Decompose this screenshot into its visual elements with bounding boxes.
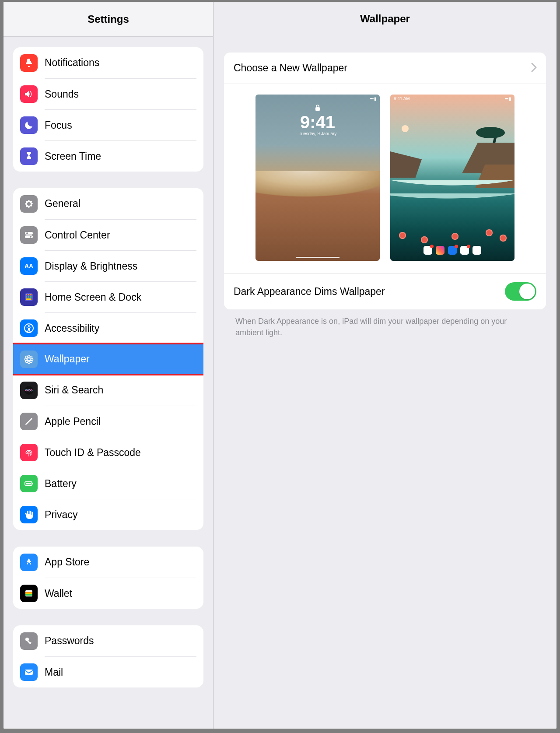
choose-new-wallpaper-row[interactable]: Choose a New Wallpaper <box>224 53 546 84</box>
mail-icon <box>20 663 38 681</box>
sidebar-groups: NotificationsSoundsFocusScreen TimeGener… <box>4 37 213 729</box>
bell-badge-icon <box>20 54 38 72</box>
sidebar-group: PasswordsMail <box>13 625 203 687</box>
sidebar-item-wallpaper[interactable]: Wallpaper <box>13 344 203 374</box>
choose-new-wallpaper-label: Choose a New Wallpaper <box>234 62 347 74</box>
status-bar-icon: ••• ▮ <box>505 96 511 101</box>
siri-icon <box>20 382 38 399</box>
sidebar-item-label: General <box>45 198 80 210</box>
sidebar-item-wallet[interactable]: Wallet <box>13 578 203 609</box>
sidebar-item-label: Siri & Search <box>45 384 103 396</box>
sidebar-item-label: Wallet <box>45 588 72 600</box>
dark-appearance-dims-row: Dark Appearance Dims Wallpaper <box>224 274 546 309</box>
moon-icon <box>20 116 38 134</box>
settings-sidebar: Settings NotificationsSoundsFocusScreen … <box>4 2 214 729</box>
svg-rect-37 <box>315 107 320 111</box>
sidebar-item-siri-search[interactable]: Siri & Search <box>13 375 203 406</box>
sidebar-group: NotificationsSoundsFocusScreen Time <box>13 47 203 172</box>
lock-screen-preview[interactable]: ••• ▮ 9:41 Tuesday, 9 January <box>256 95 380 261</box>
wallpaper-card: Choose a New Wallpaper ••• ▮ 9:41 <box>224 53 546 309</box>
sidebar-item-label: Battery <box>45 478 77 490</box>
sidebar-item-screen-time[interactable]: Screen Time <box>13 140 203 172</box>
sidebar-item-mail[interactable]: Mail <box>13 656 203 687</box>
sidebar-item-general[interactable]: General <box>13 188 203 219</box>
wallet-icon <box>20 585 38 602</box>
sidebar-item-label: Passwords <box>45 635 94 647</box>
accessibility-icon <box>20 319 38 337</box>
sidebar-item-display-brightness[interactable]: Display & Brightness <box>13 250 203 281</box>
sidebar-item-label: Privacy <box>45 509 77 521</box>
sidebar-item-label: Sounds <box>45 88 79 100</box>
sidebar-item-control-center[interactable]: Control Center <box>13 219 203 250</box>
sidebar-item-battery[interactable]: Battery <box>13 468 203 499</box>
status-bar-icon: ••• ▮ <box>370 96 376 101</box>
home-screen-preview[interactable]: 9:41 AM ••• ▮ <box>390 95 514 261</box>
app-grid-icon <box>20 288 38 306</box>
status-time: 9:41 AM <box>394 96 410 101</box>
sidebar-group: App StoreWallet <box>13 547 203 609</box>
dark-appearance-note: When Dark Appearance is on, iPad will di… <box>224 309 546 338</box>
sidebar-item-app-store[interactable]: App Store <box>13 547 203 578</box>
dark-appearance-dims-switch[interactable] <box>505 282 536 301</box>
sidebar-item-apple-pencil[interactable]: Apple Pencil <box>13 406 203 437</box>
hourglass-icon <box>20 147 38 165</box>
sidebar-item-notifications[interactable]: Notifications <box>13 47 203 78</box>
sidebar-item-label: Notifications <box>45 57 99 69</box>
sidebar-item-privacy[interactable]: Privacy <box>13 499 203 530</box>
lock-screen-date: Tuesday, 9 January <box>256 131 380 136</box>
sidebar-item-home-screen-dock[interactable]: Home Screen & Dock <box>13 281 203 312</box>
switches-icon <box>20 226 38 244</box>
sidebar-item-label: Wallpaper <box>45 353 90 365</box>
fingerprint-icon <box>20 444 38 461</box>
battery-icon <box>20 475 38 492</box>
sidebar-item-label: Apple Pencil <box>45 416 101 428</box>
speaker-wave-icon <box>20 85 38 103</box>
gear-icon <box>20 195 38 213</box>
sidebar-item-label: Accessibility <box>45 323 99 334</box>
lock-icon <box>256 104 380 113</box>
sidebar-item-label: Home Screen & Dock <box>45 291 141 303</box>
sidebar-item-focus[interactable]: Focus <box>13 109 203 140</box>
dock-icons <box>390 246 514 255</box>
sidebar-item-label: Control Center <box>45 229 110 241</box>
sidebar-item-label: Mail <box>45 666 63 678</box>
sidebar-item-sounds[interactable]: Sounds <box>13 78 203 109</box>
lock-screen-time: 9:41 <box>256 113 380 131</box>
flower-icon <box>20 351 38 368</box>
wallpaper-detail-pane: Wallpaper Choose a New Wallpaper ••• ▮ <box>214 2 556 729</box>
sidebar-group: GeneralControl CenterDisplay & Brightnes… <box>13 188 203 530</box>
hand-raised-icon <box>20 506 38 523</box>
sidebar-item-accessibility[interactable]: Accessibility <box>13 312 203 344</box>
detail-title: Wallpaper <box>214 2 556 36</box>
sidebar-item-label: Display & Brightness <box>45 260 137 272</box>
settings-app-window: Settings NotificationsSoundsFocusScreen … <box>4 2 556 729</box>
sidebar-item-label: Screen Time <box>45 151 101 162</box>
pencil-icon <box>20 413 38 430</box>
text-size-icon <box>20 257 38 275</box>
sidebar-item-label: App Store <box>45 556 89 568</box>
key-icon <box>20 632 38 650</box>
sidebar-item-label: Touch ID & Passcode <box>45 447 141 459</box>
sidebar-item-label: Focus <box>45 119 72 131</box>
sidebar-title: Settings <box>4 2 213 37</box>
dark-appearance-dims-label: Dark Appearance Dims Wallpaper <box>234 286 385 298</box>
highlight-annotation: Wallpaper <box>13 343 203 375</box>
appstore-icon <box>20 554 38 571</box>
sidebar-item-passwords[interactable]: Passwords <box>13 625 203 656</box>
wallpaper-previews: ••• ▮ 9:41 Tuesday, 9 January 9:41 AM <box>224 84 546 274</box>
chevron-right-icon <box>531 63 537 74</box>
sidebar-item-touch-id-passcode[interactable]: Touch ID & Passcode <box>13 437 203 468</box>
